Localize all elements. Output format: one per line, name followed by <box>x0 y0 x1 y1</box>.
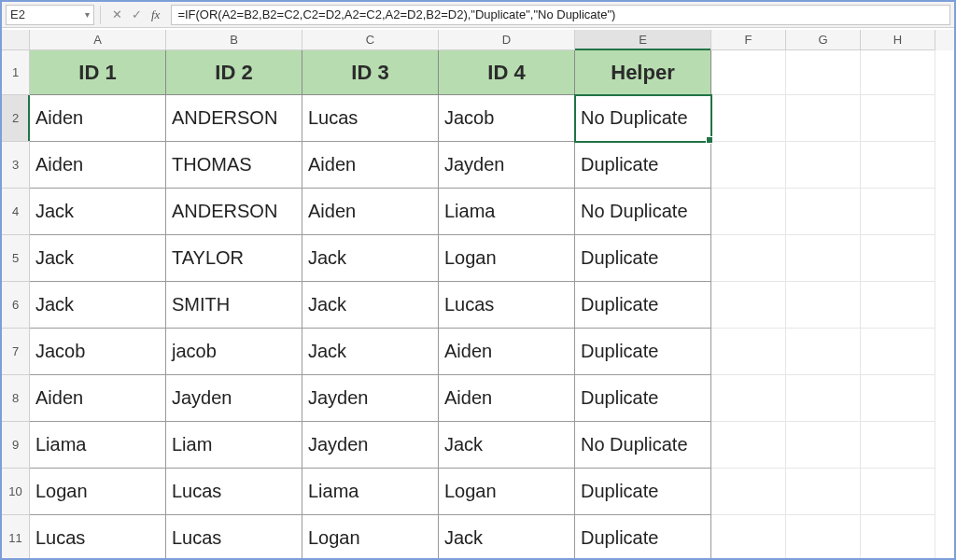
cell[interactable]: Jack <box>302 329 439 375</box>
cell[interactable]: Aiden <box>439 329 575 375</box>
cell[interactable]: Aiden <box>30 375 166 422</box>
cell[interactable]: Logan <box>302 515 439 558</box>
cell-blank[interactable] <box>786 282 861 329</box>
col-header-D[interactable]: D <box>439 30 575 50</box>
cell-blank[interactable] <box>786 422 861 469</box>
cell[interactable]: Jack <box>30 189 166 235</box>
chevron-down-icon[interactable]: ▾ <box>85 9 90 20</box>
cell[interactable]: Liama <box>302 469 439 515</box>
cell[interactable]: Jayden <box>302 422 439 469</box>
cell[interactable]: Aiden <box>30 95 166 142</box>
cell-blank[interactable] <box>711 50 786 95</box>
name-box[interactable]: E2 ▾ <box>6 5 94 25</box>
col-header-A[interactable]: A <box>30 30 166 50</box>
cell-blank[interactable] <box>711 422 786 469</box>
cell[interactable]: Lucas <box>439 282 575 329</box>
cell[interactable]: Liama <box>30 422 166 469</box>
cell[interactable]: Lucas <box>166 469 302 515</box>
cell[interactable]: jacob <box>166 329 302 375</box>
header-helper[interactable]: Helper <box>575 50 711 95</box>
cell[interactable]: Jayden <box>302 375 439 422</box>
cell-blank[interactable] <box>861 329 935 375</box>
cell-blank[interactable] <box>711 515 786 558</box>
cell[interactable]: THOMAS <box>166 142 302 189</box>
cell[interactable]: No Duplicate <box>575 422 711 469</box>
cell[interactable]: Jack <box>439 422 575 469</box>
cell[interactable]: Duplicate <box>575 282 711 329</box>
header-id4[interactable]: ID 4 <box>439 50 575 95</box>
cell[interactable]: No Duplicate <box>575 189 711 235</box>
cell-blank[interactable] <box>861 142 935 189</box>
row-header-4[interactable]: 4 <box>2 189 30 235</box>
header-id3[interactable]: ID 3 <box>302 50 439 95</box>
row-header-3[interactable]: 3 <box>2 142 30 189</box>
cell-blank[interactable] <box>786 189 861 235</box>
cell[interactable]: Jayden <box>439 142 575 189</box>
cell-blank[interactable] <box>861 515 935 558</box>
cell[interactable]: Aiden <box>302 189 439 235</box>
cell-blank[interactable] <box>861 189 935 235</box>
row-header-7[interactable]: 7 <box>2 329 30 375</box>
cell[interactable]: ANDERSON <box>166 189 302 235</box>
cell[interactable]: Duplicate <box>575 469 711 515</box>
col-header-C[interactable]: C <box>302 30 439 50</box>
row-header-1[interactable]: 1 <box>2 50 30 95</box>
cell-blank[interactable] <box>786 329 861 375</box>
col-header-B[interactable]: B <box>166 30 302 50</box>
cell[interactable]: Logan <box>439 469 575 515</box>
enter-icon[interactable]: ✓ <box>132 7 142 22</box>
col-header-F[interactable]: F <box>711 30 786 50</box>
col-header-H[interactable]: H <box>861 30 935 50</box>
cell[interactable]: Aiden <box>30 142 166 189</box>
cell-blank[interactable] <box>711 235 786 282</box>
row-header-10[interactable]: 10 <box>2 469 30 515</box>
cell-blank[interactable] <box>861 375 935 422</box>
row-header-2[interactable]: 2 <box>2 95 30 142</box>
cell-blank[interactable] <box>861 422 935 469</box>
cell[interactable]: Jack <box>30 282 166 329</box>
cell-blank[interactable] <box>711 329 786 375</box>
cell-blank[interactable] <box>861 282 935 329</box>
cell-blank[interactable] <box>861 95 935 142</box>
cell[interactable]: Duplicate <box>575 329 711 375</box>
cell-blank[interactable] <box>861 50 935 95</box>
header-id2[interactable]: ID 2 <box>166 50 302 95</box>
cell-blank[interactable] <box>711 469 786 515</box>
cell[interactable]: Jack <box>439 515 575 558</box>
row-header-11[interactable]: 11 <box>2 515 30 558</box>
header-id1[interactable]: ID 1 <box>30 50 166 95</box>
cell[interactable]: Lucas <box>30 515 166 558</box>
cell[interactable]: Jack <box>302 235 439 282</box>
cell[interactable]: ANDERSON <box>166 95 302 142</box>
cell[interactable]: Lucas <box>166 515 302 558</box>
cell[interactable]: Jacob <box>30 329 166 375</box>
formula-input[interactable]: =IF(OR(A2=B2,B2=C2,C2=D2,A2=C2,A2=D2,B2=… <box>171 5 950 25</box>
cell-blank[interactable] <box>786 515 861 558</box>
col-header-E[interactable]: E <box>575 30 711 50</box>
cell[interactable]: SMITH <box>166 282 302 329</box>
cell-blank[interactable] <box>711 142 786 189</box>
cell-blank[interactable] <box>861 235 935 282</box>
cell-blank[interactable] <box>786 142 861 189</box>
row-header-5[interactable]: 5 <box>2 235 30 282</box>
select-all-corner[interactable] <box>2 30 30 50</box>
cell-blank[interactable] <box>786 469 861 515</box>
cell[interactable]: Liama <box>439 189 575 235</box>
cell[interactable]: Duplicate <box>575 142 711 189</box>
cell[interactable]: Aiden <box>302 142 439 189</box>
cell-blank[interactable] <box>711 375 786 422</box>
cell[interactable]: Lucas <box>302 95 439 142</box>
selected-cell[interactable]: No Duplicate <box>575 95 711 142</box>
cell[interactable]: Liam <box>166 422 302 469</box>
cell[interactable]: Jack <box>30 235 166 282</box>
cell-blank[interactable] <box>711 189 786 235</box>
cell[interactable]: Logan <box>30 469 166 515</box>
col-header-G[interactable]: G <box>786 30 861 50</box>
cell[interactable]: Logan <box>439 235 575 282</box>
cell[interactable]: Jayden <box>166 375 302 422</box>
cell[interactable]: Aiden <box>439 375 575 422</box>
spreadsheet-grid[interactable]: A B C D E F G H 1 ID 1 ID 2 ID 3 ID 4 He… <box>2 30 954 558</box>
cell[interactable]: Jack <box>302 282 439 329</box>
cell[interactable]: Duplicate <box>575 515 711 558</box>
cell-blank[interactable] <box>786 235 861 282</box>
